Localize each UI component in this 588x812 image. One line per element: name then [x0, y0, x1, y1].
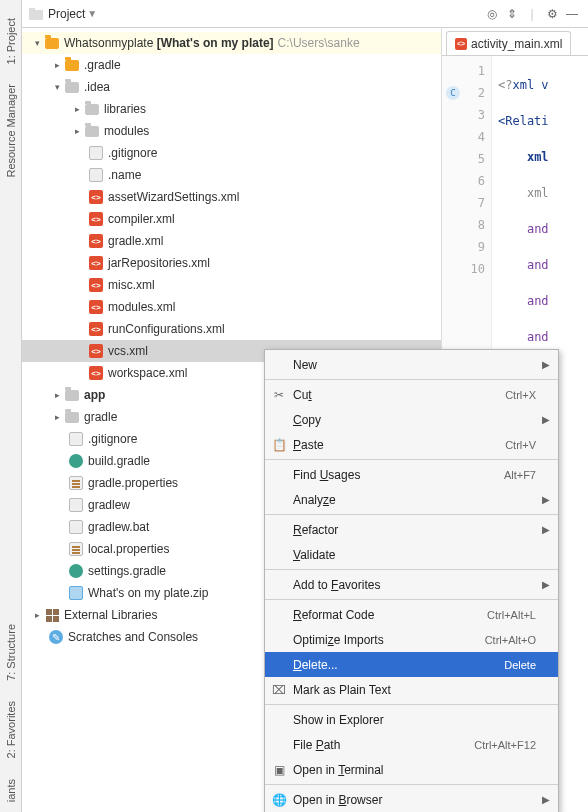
menu-item[interactable]: Refactor▶: [265, 517, 558, 542]
menu-item-label: Delete...: [293, 658, 338, 672]
project-dropdown[interactable]: Project ▼: [48, 7, 482, 21]
tree-folder-idea[interactable]: ▾ .idea: [22, 76, 441, 98]
chevron-right-icon[interactable]: ▸: [70, 124, 84, 138]
menu-item-label: Mark as Plain Text: [293, 683, 391, 697]
chevron-right-icon[interactable]: ▸: [30, 608, 44, 622]
menu-item[interactable]: ✂CutCtrl+X: [265, 382, 558, 407]
editor-tab[interactable]: <> activity_main.xml: [446, 31, 571, 55]
menu-shortcut: Delete: [504, 659, 536, 671]
menu-item-label: Open in Browser: [293, 793, 382, 807]
tree-file[interactable]: .name: [22, 164, 441, 186]
tree-file[interactable]: <> compiler.xml: [22, 208, 441, 230]
tab-structure[interactable]: 7: Structure: [5, 624, 17, 681]
menu-item[interactable]: Analyze▶: [265, 487, 558, 512]
tree-file[interactable]: <> gradle.xml: [22, 230, 441, 252]
menu-shortcut: Alt+F7: [504, 469, 536, 481]
menu-item[interactable]: Optimize ImportsCtrl+Alt+O: [265, 627, 558, 652]
tree-folder-gradle[interactable]: ▸ .gradle: [22, 54, 441, 76]
tree-folder-modules[interactable]: ▸ modules: [22, 120, 441, 142]
menu-item[interactable]: Delete...Delete: [265, 652, 558, 677]
browser-icon: 🌐: [271, 792, 287, 808]
menu-separator: [265, 599, 558, 600]
collapse-icon[interactable]: ⇕: [502, 4, 522, 24]
paste-icon: 📋: [271, 437, 287, 453]
menu-item[interactable]: ⌧Mark as Plain Text: [265, 677, 558, 702]
tree-file[interactable]: <> misc.xml: [22, 274, 441, 296]
menu-item[interactable]: New▶: [265, 352, 558, 377]
chevron-right-icon: ▶: [542, 579, 550, 590]
chevron-down-icon[interactable]: ▾: [50, 80, 64, 94]
chevron-right-icon: ▶: [542, 359, 550, 370]
gutter-class-icon[interactable]: C: [446, 86, 460, 100]
hide-icon[interactable]: —: [562, 4, 582, 24]
menu-item-label: Copy: [293, 413, 321, 427]
menu-item[interactable]: ▣Open in Terminal: [265, 757, 558, 782]
menu-separator: [265, 784, 558, 785]
tab-project[interactable]: 1: Project: [5, 18, 17, 64]
menu-item-label: Add to Favorites: [293, 578, 380, 592]
cut-icon: ✂: [271, 387, 287, 403]
menu-item[interactable]: Find UsagesAlt+F7: [265, 462, 558, 487]
menu-separator: [265, 379, 558, 380]
menu-separator: [265, 704, 558, 705]
tree-file[interactable]: <> jarRepositories.xml: [22, 252, 441, 274]
menu-item-label: Optimize Imports: [293, 633, 384, 647]
menu-shortcut: Ctrl+Alt+F12: [474, 739, 536, 751]
tree-file[interactable]: <> assetWizardSettings.xml: [22, 186, 441, 208]
menu-item-label: New: [293, 358, 317, 372]
svg-rect-0: [29, 10, 43, 20]
chevron-right-icon[interactable]: ▸: [50, 388, 64, 402]
menu-item-label: Find Usages: [293, 468, 360, 482]
menu-item[interactable]: Validate: [265, 542, 558, 567]
svg-rect-1: [29, 8, 35, 11]
menu-separator: [265, 459, 558, 460]
menu-item-label: Show in Explorer: [293, 713, 384, 727]
target-icon[interactable]: ◎: [482, 4, 502, 24]
menu-shortcut: Ctrl+Alt+L: [487, 609, 536, 621]
menu-item[interactable]: Show in Explorer: [265, 707, 558, 732]
menu-separator: [265, 514, 558, 515]
tree-file[interactable]: <> modules.xml: [22, 296, 441, 318]
menu-shortcut: Ctrl+V: [505, 439, 536, 451]
tree-root[interactable]: ▾ Whatsonmyplate [What's on my plate] C:…: [22, 32, 441, 54]
context-menu: New▶✂CutCtrl+XCopy▶📋PasteCtrl+VFind Usag…: [264, 349, 559, 812]
tree-file[interactable]: <> runConfigurations.xml: [22, 318, 441, 340]
gear-icon[interactable]: ⚙: [542, 4, 562, 24]
chevron-right-icon: ▶: [542, 494, 550, 505]
menu-shortcut: Ctrl+Alt+O: [485, 634, 536, 646]
chevron-right-icon: ▶: [542, 524, 550, 535]
menu-item[interactable]: Add to Favorites▶: [265, 572, 558, 597]
menu-item-label: File Path: [293, 738, 340, 752]
chevron-right-icon[interactable]: ▸: [50, 410, 64, 424]
project-header: Project ▼ ◎ ⇕ | ⚙ —: [22, 0, 588, 28]
tool-window-tabs: 1: Project Resource Manager 7: Structure…: [0, 0, 22, 812]
menu-item-label: Cut: [293, 388, 312, 402]
project-icon: [28, 6, 44, 22]
chevron-right-icon[interactable]: ▸: [70, 102, 84, 116]
menu-item-label: Analyze: [293, 493, 336, 507]
terminal-icon: ▣: [271, 762, 287, 778]
menu-shortcut: Ctrl+X: [505, 389, 536, 401]
menu-item[interactable]: 🌐Open in Browser▶: [265, 787, 558, 812]
chevron-right-icon[interactable]: ▸: [50, 58, 64, 72]
editor-tabs: <> activity_main.xml: [442, 28, 588, 56]
tab-resource-manager[interactable]: Resource Manager: [5, 84, 17, 178]
tab-variants[interactable]: iants: [5, 779, 17, 802]
tab-favorites[interactable]: 2: Favorites: [5, 701, 17, 758]
plaintext-icon: ⌧: [271, 682, 287, 698]
menu-item-label: Open in Terminal: [293, 763, 384, 777]
menu-item-label: Reformat Code: [293, 608, 374, 622]
menu-separator: [265, 569, 558, 570]
chevron-right-icon: ▶: [542, 794, 550, 805]
chevron-down-icon: ▼: [87, 8, 97, 19]
tree-file[interactable]: .gitignore: [22, 142, 441, 164]
menu-item-label: Refactor: [293, 523, 338, 537]
menu-item[interactable]: Copy▶: [265, 407, 558, 432]
menu-item[interactable]: Reformat CodeCtrl+Alt+L: [265, 602, 558, 627]
chevron-down-icon[interactable]: ▾: [30, 36, 44, 50]
divider-icon: |: [522, 4, 542, 24]
menu-item-label: Paste: [293, 438, 324, 452]
menu-item[interactable]: File PathCtrl+Alt+F12: [265, 732, 558, 757]
tree-folder-libraries[interactable]: ▸ libraries: [22, 98, 441, 120]
menu-item[interactable]: 📋PasteCtrl+V: [265, 432, 558, 457]
